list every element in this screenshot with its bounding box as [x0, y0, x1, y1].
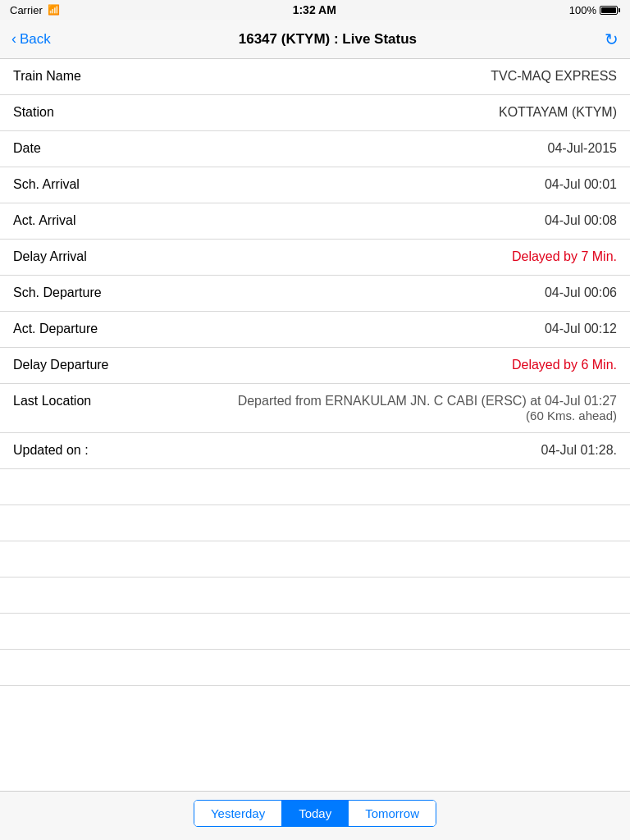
back-button[interactable]: ‹ Back [11, 30, 51, 48]
info-row-value: 04-Jul 00:12 [98, 322, 617, 336]
info-row-label: Train Name [13, 69, 81, 84]
status-bar-left: Carrier 📶 [10, 4, 60, 16]
info-row: Updated on :04-Jul 01:28. [0, 433, 630, 469]
info-row-value: 04-Jul 00:08 [75, 213, 617, 228]
bottom-tab-bar: YesterdayTodayTomorrow [0, 791, 630, 840]
carrier-label: Carrier [10, 4, 43, 16]
nav-bar: ‹ Back 16347 (KTYM) : Live Status ↻ [0, 20, 630, 59]
wifi-icon: 📶 [48, 4, 60, 16]
battery-percent: 100% [569, 4, 596, 16]
info-row-label: Delay Departure [13, 358, 109, 372]
info-row-label: Updated on : [13, 443, 89, 458]
empty-row [0, 469, 630, 505]
info-row-value: Delayed by 7 Min. [87, 249, 617, 264]
battery-icon [600, 6, 620, 15]
date-tab-yesterday[interactable]: Yesterday [194, 801, 282, 826]
empty-row [0, 505, 630, 541]
info-row: Delay ArrivalDelayed by 7 Min. [0, 240, 630, 276]
info-row: Train NameTVC-MAQ EXPRESS [0, 59, 630, 95]
info-row-value: TVC-MAQ EXPRESS [81, 69, 617, 84]
info-row: Date04-Jul-2015 [0, 131, 630, 167]
empty-row [0, 541, 630, 578]
info-row: Sch. Arrival04-Jul 00:01 [0, 167, 630, 203]
info-row-label: Delay Arrival [13, 249, 87, 264]
date-tab-today[interactable]: Today [282, 801, 349, 826]
info-row-value: KOTTAYAM (KTYM) [54, 105, 617, 120]
info-row-label: Station [13, 105, 54, 120]
back-chevron-icon: ‹ [11, 30, 16, 48]
info-row-value: Departed from ERNAKULAM JN. C CABI (ERSC… [91, 394, 617, 422]
info-row-value: 04-Jul 01:28. [89, 443, 617, 458]
info-row-label: Act. Arrival [13, 213, 75, 228]
info-row-value: 04-Jul 00:06 [102, 285, 617, 300]
refresh-button[interactable]: ↻ [605, 30, 619, 49]
info-row: Last LocationDeparted from ERNAKULAM JN.… [0, 384, 630, 433]
status-bar-time: 1:32 AM [293, 3, 336, 16]
info-row: Delay DepartureDelayed by 6 Min. [0, 348, 630, 384]
empty-row [0, 578, 630, 614]
info-list: Train NameTVC-MAQ EXPRESSStationKOTTAYAM… [0, 59, 630, 686]
date-tab-tomorrow[interactable]: Tomorrow [349, 801, 436, 826]
date-tab-group: YesterdayTodayTomorrow [194, 800, 436, 827]
info-row-label: Act. Departure [13, 322, 98, 336]
empty-row [0, 614, 630, 650]
info-row-value: Delayed by 6 Min. [109, 358, 618, 372]
status-bar-right: 100% [569, 4, 620, 16]
info-row: Act. Arrival04-Jul 00:08 [0, 203, 630, 240]
page-title: 16347 (KTYM) : Live Status [239, 31, 417, 48]
status-bar: Carrier 📶 1:32 AM 100% [0, 0, 630, 20]
info-row: Act. Departure04-Jul 00:12 [0, 312, 630, 348]
info-row-label: Date [13, 141, 41, 156]
info-row-value: 04-Jul-2015 [41, 141, 617, 156]
back-label: Back [20, 31, 51, 48]
info-row: StationKOTTAYAM (KTYM) [0, 95, 630, 131]
empty-row [0, 650, 630, 686]
info-row-value: 04-Jul 00:01 [80, 177, 617, 192]
info-row: Sch. Departure04-Jul 00:06 [0, 276, 630, 312]
info-row-label: Sch. Arrival [13, 177, 80, 192]
info-row-label: Last Location [13, 394, 91, 409]
info-row-label: Sch. Departure [13, 285, 102, 300]
